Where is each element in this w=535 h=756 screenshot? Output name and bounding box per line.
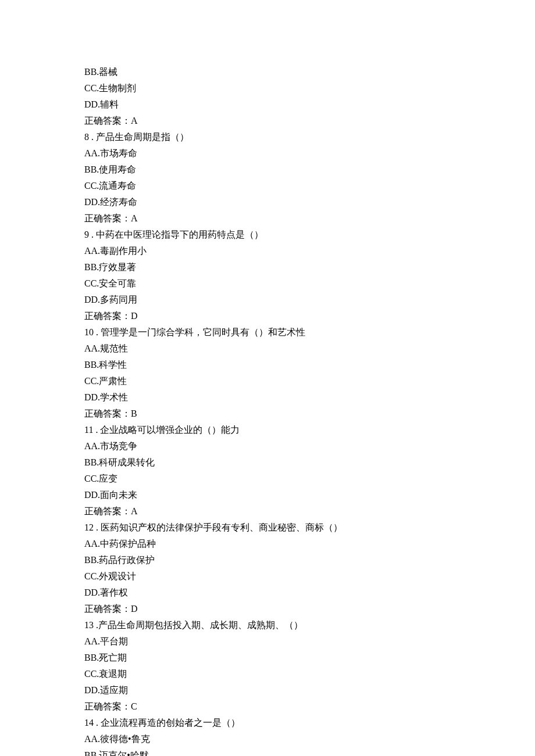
text-line: DD.面向未来: [84, 487, 451, 503]
text-line: BB.死亡期: [84, 650, 451, 666]
text-line: 10 . 管理学是一门综合学科，它同时具有（）和艺术性: [84, 324, 451, 341]
document-page: BB.器械CC.生物制剂DD.辅料正确答案：A8 . 产品生命周期是指（）AA.…: [0, 0, 535, 756]
text-line: CC.生物制剂: [84, 80, 451, 96]
text-line: BB.使用寿命: [84, 162, 451, 178]
text-line: CC.严肃性: [84, 373, 451, 389]
text-line: 13 .产品生命周期包括投入期、成长期、成熟期、（）: [84, 617, 451, 633]
text-line: 正确答案：D: [84, 308, 451, 324]
text-line: 正确答案：A: [84, 503, 451, 519]
text-line: DD.学术性: [84, 389, 451, 406]
text-line: CC.流通寿命: [84, 178, 451, 194]
text-line: BB.药品行政保护: [84, 552, 451, 568]
text-body: BB.器械CC.生物制剂DD.辅料正确答案：A8 . 产品生命周期是指（）AA.…: [84, 64, 451, 756]
text-line: 11 . 企业战略可以增强企业的（）能力: [84, 422, 451, 438]
text-line: AA.平台期: [84, 633, 451, 650]
text-line: CC.衰退期: [84, 666, 451, 682]
text-line: AA.市场寿命: [84, 145, 451, 162]
text-line: AA.规范性: [84, 341, 451, 357]
text-line: BB.器械: [84, 64, 451, 80]
text-line: 14 . 企业流程再造的创始者之一是（）: [84, 715, 451, 731]
text-line: 8 . 产品生命周期是指（）: [84, 129, 451, 145]
text-line: AA.彼得德•鲁克: [84, 731, 451, 747]
text-line: DD.著作权: [84, 585, 451, 601]
text-line: CC.应变: [84, 471, 451, 487]
text-line: CC.外观设计: [84, 568, 451, 585]
text-line: DD.经济寿命: [84, 194, 451, 210]
text-line: 9 . 中药在中医理论指导下的用药特点是（）: [84, 227, 451, 243]
text-line: DD.多药同用: [84, 292, 451, 308]
text-line: 12 . 医药知识产权的法律保护手段有专利、商业秘密、商标（）: [84, 519, 451, 536]
text-line: BB.迈克尔•哈默: [84, 747, 451, 756]
text-line: AA.市场竞争: [84, 438, 451, 454]
text-line: 正确答案：B: [84, 406, 451, 422]
text-line: BB.科研成果转化: [84, 454, 451, 471]
text-line: 正确答案：D: [84, 601, 451, 617]
text-line: DD.适应期: [84, 682, 451, 698]
text-line: CC.安全可靠: [84, 275, 451, 292]
text-line: 正确答案：C: [84, 698, 451, 715]
text-line: DD.辅料: [84, 96, 451, 113]
text-line: BB.科学性: [84, 357, 451, 373]
text-line: AA.毒副作用小: [84, 243, 451, 259]
text-line: AA.中药保护品种: [84, 536, 451, 552]
text-line: 正确答案：A: [84, 210, 451, 227]
text-line: 正确答案：A: [84, 113, 451, 129]
text-line: BB.疗效显著: [84, 259, 451, 275]
